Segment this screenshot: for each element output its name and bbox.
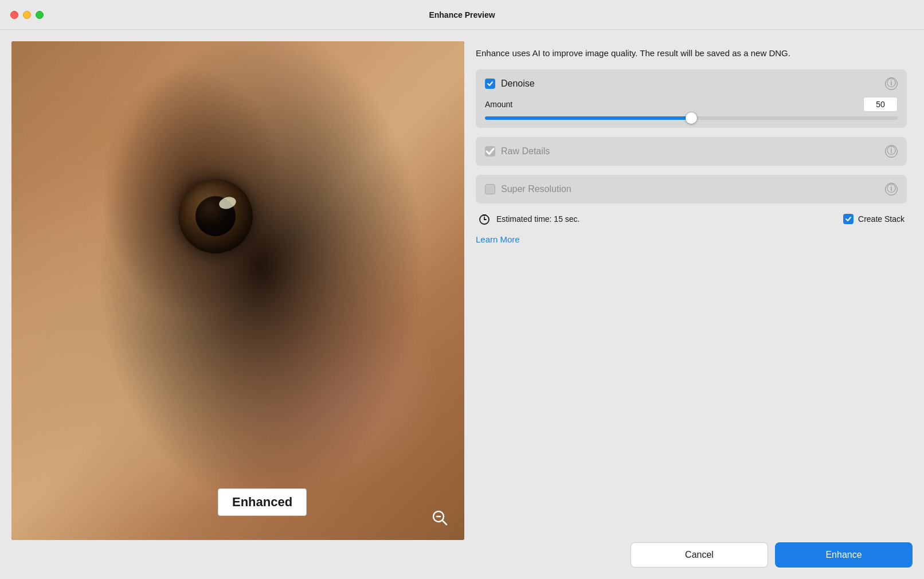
denoise-section: Denoise ⓘ Amount	[476, 69, 907, 128]
raw-details-checkmark-icon	[485, 146, 495, 157]
learn-more-link[interactable]: Learn More	[476, 234, 907, 244]
denoise-row: Denoise ⓘ	[485, 77, 898, 90]
super-resolution-checkbox[interactable]	[485, 184, 495, 194]
traffic-lights	[10, 11, 44, 19]
button-row: Cancel Enhance	[631, 542, 913, 568]
raw-details-label: Raw Details	[501, 146, 550, 157]
raw-details-info-icon[interactable]: ⓘ	[885, 145, 898, 158]
enhance-button[interactable]: Enhance	[775, 542, 913, 568]
right-panel: Enhance uses AI to improve image quality…	[476, 41, 913, 568]
denoise-left: Denoise	[485, 79, 535, 89]
zoom-out-icon	[432, 510, 449, 527]
estimated-row: Estimated time: 15 sec. Create Stack	[476, 213, 907, 225]
raw-details-checkbox[interactable]	[485, 146, 495, 157]
estimated-time-text: Estimated time: 15 sec.	[496, 214, 580, 224]
checkmark-icon	[487, 80, 494, 87]
super-resolution-info-icon[interactable]: ⓘ	[885, 183, 898, 195]
grain-overlay	[11, 41, 464, 540]
super-resolution-row: Super Resolution ⓘ	[485, 183, 898, 195]
denoise-label: Denoise	[501, 79, 535, 89]
raw-details-left: Raw Details	[485, 146, 550, 157]
denoise-slider-track	[485, 116, 898, 120]
zoom-icon-button[interactable]	[430, 508, 451, 529]
create-stack-row: Create Stack	[843, 214, 905, 224]
create-stack-checkmark-icon	[845, 216, 852, 222]
maximize-button[interactable]	[36, 11, 44, 19]
titlebar: Enhance Preview	[0, 0, 924, 30]
cancel-button[interactable]: Cancel	[631, 542, 768, 568]
super-resolution-section: Super Resolution ⓘ	[476, 175, 907, 204]
description-text: Enhance uses AI to improve image quality…	[476, 47, 907, 60]
denoise-checkbox[interactable]	[485, 79, 495, 89]
enhanced-label: Enhanced	[218, 488, 307, 516]
window-title: Enhance Preview	[429, 10, 495, 19]
close-button[interactable]	[10, 11, 18, 19]
super-resolution-label: Super Resolution	[501, 184, 571, 194]
amount-row: Amount	[485, 97, 898, 112]
denoise-slider-thumb[interactable]	[686, 112, 697, 124]
svg-line-2	[443, 521, 447, 525]
denoise-info-icon[interactable]: ⓘ	[885, 77, 898, 90]
main-content: Enhanced Enhance uses AI to improve imag…	[0, 30, 924, 579]
create-stack-label: Create Stack	[858, 214, 905, 224]
estimated-left: Estimated time: 15 sec.	[478, 213, 580, 225]
image-preview-container: Enhanced	[11, 41, 464, 540]
amount-label: Amount	[485, 100, 512, 109]
slider-row	[485, 116, 898, 120]
image-preview	[11, 41, 464, 540]
minimize-button[interactable]	[23, 11, 31, 19]
amount-input[interactable]	[863, 97, 898, 112]
super-resolution-left: Super Resolution	[485, 184, 571, 194]
raw-details-section: Raw Details ⓘ	[476, 137, 907, 166]
raw-details-row: Raw Details ⓘ	[485, 145, 898, 158]
timer-icon	[478, 213, 491, 225]
create-stack-checkbox[interactable]	[843, 214, 853, 224]
